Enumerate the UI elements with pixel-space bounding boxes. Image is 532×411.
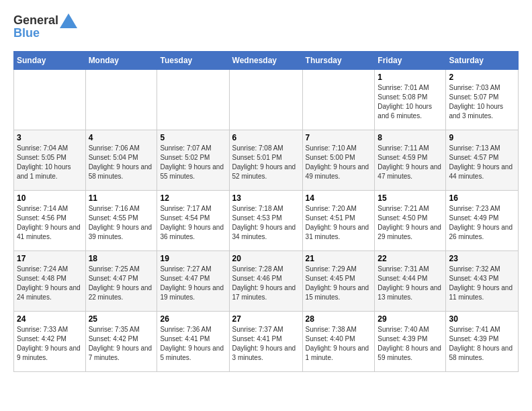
calendar-cell: 9Sunrise: 7:13 AM Sunset: 4:57 PM Daylig… <box>446 130 519 190</box>
logo-arrow-icon <box>60 13 77 28</box>
logo-blue: Blue <box>13 27 40 40</box>
day-info: Sunrise: 7:03 AM Sunset: 5:07 PM Dayligh… <box>449 83 515 121</box>
calendar-cell: 22Sunrise: 7:31 AM Sunset: 4:44 PM Dayli… <box>375 250 446 311</box>
calendar-cell: 10Sunrise: 7:14 AM Sunset: 4:56 PM Dayli… <box>14 190 86 250</box>
day-info: Sunrise: 7:07 AM Sunset: 5:02 PM Dayligh… <box>160 144 226 181</box>
day-number: 19 <box>160 254 226 263</box>
calendar-cell: 1Sunrise: 7:01 AM Sunset: 5:08 PM Daylig… <box>375 69 446 130</box>
day-info: Sunrise: 7:08 AM Sunset: 5:01 PM Dayligh… <box>232 144 300 181</box>
weekday-header-thursday: Thursday <box>302 51 375 69</box>
day-number: 21 <box>306 254 372 263</box>
calendar-cell: 27Sunrise: 7:37 AM Sunset: 4:41 PM Dayli… <box>229 311 302 371</box>
day-number: 18 <box>89 254 154 263</box>
day-number: 25 <box>89 314 154 324</box>
day-number: 24 <box>17 314 83 324</box>
calendar-cell: 18Sunrise: 7:25 AM Sunset: 4:47 PM Dayli… <box>85 250 157 311</box>
day-number: 29 <box>378 314 443 324</box>
calendar-cell: 21Sunrise: 7:29 AM Sunset: 4:45 PM Dayli… <box>302 250 375 311</box>
calendar-cell: 16Sunrise: 7:23 AM Sunset: 4:49 PM Dayli… <box>446 190 519 250</box>
calendar-week-2: 3Sunrise: 7:04 AM Sunset: 5:05 PM Daylig… <box>14 130 519 190</box>
day-number: 15 <box>378 193 443 203</box>
day-info: Sunrise: 7:18 AM Sunset: 4:53 PM Dayligh… <box>232 204 300 242</box>
day-number: 20 <box>232 254 300 263</box>
calendar-cell: 17Sunrise: 7:24 AM Sunset: 4:48 PM Dayli… <box>14 250 86 311</box>
calendar-week-5: 24Sunrise: 7:33 AM Sunset: 4:42 PM Dayli… <box>14 311 519 371</box>
day-number: 6 <box>232 133 300 142</box>
calendar-cell <box>302 69 375 130</box>
header: General Blue <box>13 13 519 40</box>
day-number: 17 <box>17 254 83 263</box>
day-number: 22 <box>378 254 443 263</box>
calendar-week-4: 17Sunrise: 7:24 AM Sunset: 4:48 PM Dayli… <box>14 250 519 311</box>
day-number: 26 <box>160 314 226 324</box>
day-info: Sunrise: 7:29 AM Sunset: 4:45 PM Dayligh… <box>306 265 372 302</box>
day-info: Sunrise: 7:32 AM Sunset: 4:43 PM Dayligh… <box>449 265 515 302</box>
day-number: 14 <box>306 193 372 203</box>
calendar-cell <box>14 69 86 130</box>
calendar-cell <box>85 69 157 130</box>
weekday-header-sunday: Sunday <box>14 51 86 69</box>
day-info: Sunrise: 7:01 AM Sunset: 5:08 PM Dayligh… <box>378 83 443 121</box>
calendar-cell: 3Sunrise: 7:04 AM Sunset: 5:05 PM Daylig… <box>14 130 86 190</box>
calendar-table: SundayMondayTuesdayWednesdayThursdayFrid… <box>13 51 519 372</box>
calendar-cell: 2Sunrise: 7:03 AM Sunset: 5:07 PM Daylig… <box>446 69 519 130</box>
calendar-cell <box>157 69 229 130</box>
calendar-cell: 13Sunrise: 7:18 AM Sunset: 4:53 PM Dayli… <box>229 190 302 250</box>
calendar-cell: 8Sunrise: 7:11 AM Sunset: 4:59 PM Daylig… <box>375 130 446 190</box>
day-info: Sunrise: 7:24 AM Sunset: 4:48 PM Dayligh… <box>17 265 83 302</box>
calendar-cell: 24Sunrise: 7:33 AM Sunset: 4:42 PM Dayli… <box>14 311 86 371</box>
day-info: Sunrise: 7:33 AM Sunset: 4:42 PM Dayligh… <box>17 325 83 363</box>
calendar-cell: 12Sunrise: 7:17 AM Sunset: 4:54 PM Dayli… <box>157 190 229 250</box>
calendar-cell: 4Sunrise: 7:06 AM Sunset: 5:04 PM Daylig… <box>85 130 157 190</box>
day-info: Sunrise: 7:36 AM Sunset: 4:41 PM Dayligh… <box>160 325 226 363</box>
day-number: 7 <box>306 133 372 142</box>
day-info: Sunrise: 7:21 AM Sunset: 4:50 PM Dayligh… <box>378 204 443 242</box>
calendar-cell: 11Sunrise: 7:16 AM Sunset: 4:55 PM Dayli… <box>85 190 157 250</box>
weekday-header-saturday: Saturday <box>446 51 519 69</box>
day-number: 8 <box>378 133 443 142</box>
day-number: 28 <box>306 314 372 324</box>
day-info: Sunrise: 7:37 AM Sunset: 4:41 PM Dayligh… <box>232 325 300 363</box>
day-number: 27 <box>232 314 300 324</box>
day-info: Sunrise: 7:25 AM Sunset: 4:47 PM Dayligh… <box>89 265 154 302</box>
weekday-header-monday: Monday <box>85 51 157 69</box>
calendar-cell: 26Sunrise: 7:36 AM Sunset: 4:41 PM Dayli… <box>157 311 229 371</box>
day-info: Sunrise: 7:27 AM Sunset: 4:47 PM Dayligh… <box>160 265 226 302</box>
day-info: Sunrise: 7:20 AM Sunset: 4:51 PM Dayligh… <box>306 204 372 242</box>
day-info: Sunrise: 7:40 AM Sunset: 4:39 PM Dayligh… <box>378 325 443 363</box>
weekday-header-tuesday: Tuesday <box>157 51 229 69</box>
day-number: 12 <box>160 193 226 203</box>
day-number: 3 <box>17 133 83 142</box>
calendar-cell: 5Sunrise: 7:07 AM Sunset: 5:02 PM Daylig… <box>157 130 229 190</box>
calendar-cell: 23Sunrise: 7:32 AM Sunset: 4:43 PM Dayli… <box>446 250 519 311</box>
calendar-body: 1Sunrise: 7:01 AM Sunset: 5:08 PM Daylig… <box>14 69 519 371</box>
day-info: Sunrise: 7:41 AM Sunset: 4:39 PM Dayligh… <box>449 325 515 363</box>
calendar-cell: 6Sunrise: 7:08 AM Sunset: 5:01 PM Daylig… <box>229 130 302 190</box>
calendar-week-1: 1Sunrise: 7:01 AM Sunset: 5:08 PM Daylig… <box>14 69 519 130</box>
day-number: 11 <box>89 193 154 203</box>
day-info: Sunrise: 7:31 AM Sunset: 4:44 PM Dayligh… <box>378 265 443 302</box>
day-info: Sunrise: 7:23 AM Sunset: 4:49 PM Dayligh… <box>449 204 515 242</box>
calendar-cell: 25Sunrise: 7:35 AM Sunset: 4:42 PM Dayli… <box>85 311 157 371</box>
day-info: Sunrise: 7:04 AM Sunset: 5:05 PM Dayligh… <box>17 144 83 181</box>
calendar-cell: 30Sunrise: 7:41 AM Sunset: 4:39 PM Dayli… <box>446 311 519 371</box>
weekday-header-friday: Friday <box>375 51 446 69</box>
day-info: Sunrise: 7:35 AM Sunset: 4:42 PM Dayligh… <box>89 325 154 363</box>
calendar-cell <box>229 69 302 130</box>
day-info: Sunrise: 7:13 AM Sunset: 4:57 PM Dayligh… <box>449 144 515 181</box>
svg-marker-0 <box>60 13 77 28</box>
day-info: Sunrise: 7:28 AM Sunset: 4:46 PM Dayligh… <box>232 265 300 302</box>
day-number: 9 <box>449 133 515 142</box>
logo: General Blue <box>13 13 77 40</box>
weekday-header-wednesday: Wednesday <box>229 51 302 69</box>
calendar-cell: 7Sunrise: 7:10 AM Sunset: 5:00 PM Daylig… <box>302 130 375 190</box>
day-info: Sunrise: 7:10 AM Sunset: 5:00 PM Dayligh… <box>306 144 372 181</box>
day-number: 23 <box>449 254 515 263</box>
day-number: 5 <box>160 133 226 142</box>
calendar-cell: 14Sunrise: 7:20 AM Sunset: 4:51 PM Dayli… <box>302 190 375 250</box>
logo-general: General <box>13 14 58 28</box>
weekday-header-row: SundayMondayTuesdayWednesdayThursdayFrid… <box>14 51 519 69</box>
calendar-cell: 19Sunrise: 7:27 AM Sunset: 4:47 PM Dayli… <box>157 250 229 311</box>
day-info: Sunrise: 7:11 AM Sunset: 4:59 PM Dayligh… <box>378 144 443 181</box>
calendar-week-3: 10Sunrise: 7:14 AM Sunset: 4:56 PM Dayli… <box>14 190 519 250</box>
